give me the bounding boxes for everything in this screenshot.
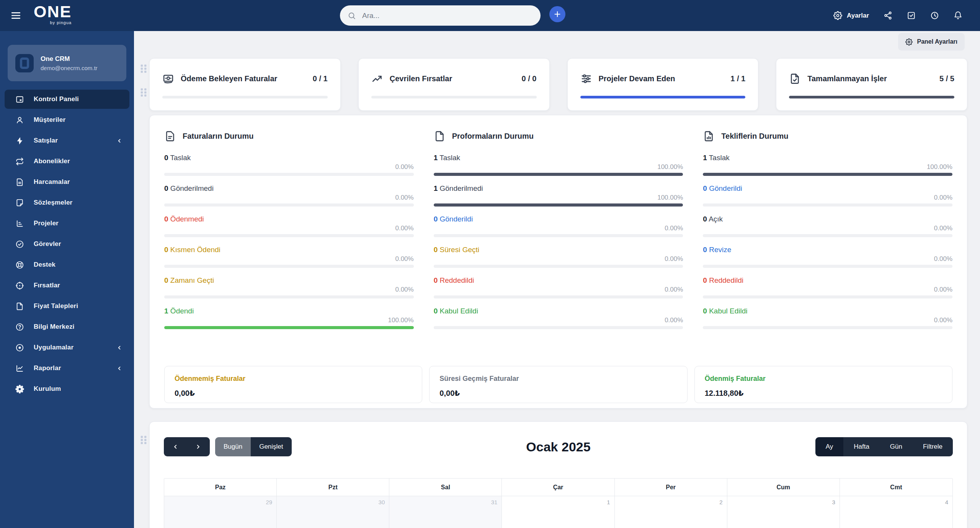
trend-up-icon [371, 73, 383, 85]
calendar-day-header: Çar [502, 479, 614, 496]
today-button[interactable]: Bugün [215, 437, 251, 456]
user-email: demo@onecrm.com.tr [41, 65, 98, 71]
doc-lines-icon [15, 178, 24, 187]
sliders-icon [580, 73, 592, 85]
status-row: 0 Kısmen Ödendi0.00% [164, 246, 414, 268]
stat-progress-track [789, 96, 954, 98]
status-row-track [434, 265, 683, 268]
status-row-percent: 0.00% [164, 255, 414, 263]
doc-plain-icon [434, 130, 446, 142]
chevron-left-icon [172, 443, 179, 450]
bell-icon[interactable] [954, 11, 962, 20]
status-row-percent: 0.00% [164, 225, 414, 232]
status-row-track [703, 173, 952, 176]
sidebar-item-label: Kurulum [34, 385, 61, 393]
status-column-title: Tekliflerin Durumu [721, 132, 788, 141]
money-card: Ödenmemiş Faturalar0,00₺ [164, 366, 422, 403]
sidebar-item[interactable]: Fırsatlar [5, 276, 129, 295]
search-input[interactable] [361, 11, 533, 20]
sidebar-item-label: Destek [34, 261, 56, 269]
sidebar-item-label: Kontrol Paneli [34, 95, 79, 103]
gear-icon [833, 11, 842, 20]
status-row-label: 0 Açık [703, 215, 952, 223]
dashboard-icon [15, 95, 24, 104]
sidebar-item[interactable]: Bilgi Merkezi [5, 317, 129, 336]
sidebar-item[interactable]: Kurulum [5, 379, 129, 398]
sidebar-item-label: Fırsatlar [34, 282, 60, 289]
user-card[interactable]: One CRM demo@onecrm.com.tr [8, 45, 126, 81]
status-row-label: 0 Ödenmedi [164, 215, 414, 223]
file-fold-icon [15, 198, 24, 207]
calendar-day-cell[interactable]: 4 [840, 496, 952, 528]
repeat-icon [15, 157, 24, 166]
menu-icon[interactable] [10, 10, 22, 21]
calendar-day-cell[interactable]: 1 [502, 496, 614, 528]
status-row-percent: 100.00% [434, 163, 683, 171]
settings-button[interactable]: Ayarlar [833, 11, 869, 20]
status-row: 1 Taslak100.00% [703, 154, 952, 176]
sidebar-item[interactable]: Görevler [5, 234, 129, 254]
calendar-day-cell[interactable]: 30 [277, 496, 389, 528]
sidebar-item[interactable]: Kontrol Paneli [5, 90, 129, 109]
calendar-day-header: Cmt [840, 479, 952, 496]
calendar-next-button[interactable] [187, 437, 210, 456]
status-section: Faturaların Durumu0 Taslak0.00%0 Gönderi… [149, 115, 967, 408]
calendar-view-button[interactable]: Ay [815, 437, 844, 456]
sidebar-item[interactable]: Destek [5, 255, 129, 274]
sidebar-item-label: Uygulamalar [34, 344, 74, 351]
status-row-label: 0 Reddedildi [703, 276, 952, 285]
calendar-prev-button[interactable] [164, 437, 187, 456]
calendar-day-cell[interactable]: 2 [615, 496, 727, 528]
panel-settings-button[interactable]: Panel Ayarları [898, 33, 965, 51]
status-column-title: Faturaların Durumu [183, 132, 254, 141]
calendar-day-cell[interactable]: 3 [727, 496, 840, 528]
stat-progress-fill [580, 96, 746, 98]
status-row: 0 Gönderilmedi0.00% [164, 184, 414, 207]
calendar-view-button[interactable]: Hafta [843, 437, 880, 456]
calendar-view-button[interactable]: Filtrele [913, 437, 953, 456]
status-row-track [703, 326, 952, 329]
doc-invoice-icon [164, 130, 176, 142]
gear-icon [905, 38, 913, 46]
calendar-day-header: Per [615, 479, 727, 496]
search-icon [348, 11, 356, 20]
settings-label: Ayarlar [847, 12, 869, 20]
status-row-label: 1 Gönderilmedi [434, 184, 683, 193]
drag-handle-icon[interactable] [140, 87, 148, 98]
sidebar-item[interactable]: Raporlar [5, 359, 129, 378]
sidebar-item[interactable]: Abonelikler [5, 152, 129, 171]
status-row-percent: 100.00% [703, 163, 952, 171]
status-row-track [164, 326, 414, 329]
calendar-day-cell[interactable]: 29 [164, 496, 277, 528]
sidebar-item[interactable]: Fiyat Talepleri [5, 297, 129, 316]
expand-button[interactable]: Genişlet [251, 437, 291, 456]
status-row-percent: 0.00% [434, 255, 683, 263]
status-row-track [703, 234, 952, 237]
status-row-track [434, 234, 683, 237]
drag-handle-icon[interactable] [140, 64, 148, 74]
status-row-track [434, 203, 683, 207]
money-card-value: 0,00₺ [175, 389, 412, 398]
sidebar-item[interactable]: Satışlar [5, 131, 129, 150]
share-icon[interactable] [884, 11, 892, 20]
stat-card-label: Ödeme Bekleyen Faturalar [181, 74, 277, 83]
doc-check-icon [789, 73, 801, 85]
clock-icon[interactable] [930, 11, 939, 20]
sidebar-item[interactable]: Projeler [5, 214, 129, 233]
sidebar-item[interactable]: Uygulamalar [5, 338, 129, 357]
sidebar-item[interactable]: Sözleşmeler [5, 193, 129, 212]
drag-handle-icon[interactable] [140, 435, 148, 445]
check-square-icon[interactable] [907, 11, 916, 20]
status-row-label: 0 Revize [703, 246, 952, 254]
sidebar-item-label: Bilgi Merkezi [34, 323, 75, 331]
status-column-title: Proformaların Durumu [452, 132, 534, 141]
sidebar-item[interactable]: Harcamalar [5, 172, 129, 192]
status-row-percent: 0.00% [703, 194, 952, 202]
calendar-view-buttons: AyHaftaGünFiltrele [815, 437, 953, 456]
calendar-day-cell[interactable]: 31 [389, 496, 502, 528]
add-button[interactable] [549, 6, 565, 22]
sidebar-item[interactable]: Müşteriler [5, 110, 129, 130]
calendar-view-button[interactable]: Gün [880, 437, 913, 456]
status-row-label: 0 Kabul Edildi [703, 307, 952, 315]
status-row-label: 0 Gönderildi [434, 215, 683, 223]
